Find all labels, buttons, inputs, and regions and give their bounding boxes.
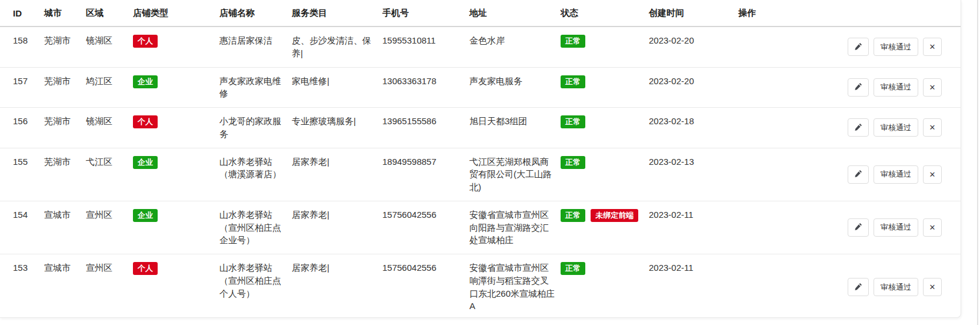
table-row: 156 芜湖市 镜湖区 个人 小龙哥的家政服务 专业擦玻璃服务| 1396515… [0, 108, 961, 148]
cell-actions: 审核通过 ✕ [738, 108, 961, 148]
approve-button[interactable]: 审核通过 [874, 218, 918, 237]
delete-button[interactable]: ✕ [923, 78, 942, 97]
cell-id: 156 [0, 108, 44, 148]
cell-actions: 审核通过 ✕ [738, 26, 961, 67]
cell-status: 正常 [561, 148, 649, 201]
cell-phone: 15756042556 [382, 201, 469, 254]
column-header-phone: 手机号 [382, 0, 469, 26]
action-buttons: 审核通过 ✕ [738, 38, 956, 56]
cell-actions: 审核通过 ✕ [738, 148, 961, 201]
pencil-icon [855, 42, 862, 52]
delete-button[interactable]: ✕ [923, 165, 942, 184]
cell-city: 芜湖市 [44, 67, 86, 108]
column-header-city: 城市 [44, 0, 86, 26]
edit-button[interactable] [848, 118, 869, 137]
delete-button[interactable]: ✕ [923, 118, 942, 137]
cell-actions: 审核通过 ✕ [738, 67, 961, 108]
cell-service-category: 皮、步沙发清洁、保养| [292, 26, 382, 67]
shop-type-badge: 个人 [133, 262, 158, 275]
approve-button[interactable]: 审核通过 [874, 38, 918, 56]
status-badge: 正常 [561, 35, 585, 48]
cell-district: 镜湖区 [86, 108, 133, 148]
edit-button[interactable] [848, 165, 869, 184]
approve-button[interactable]: 审核通过 [874, 278, 918, 296]
delete-button[interactable]: ✕ [923, 38, 942, 56]
cell-shop-type: 企业 [133, 67, 219, 108]
status-badge: 正常 [561, 156, 585, 169]
delete-button[interactable]: ✕ [923, 278, 942, 296]
shop-type-badge: 企业 [133, 75, 158, 88]
action-buttons: 审核通过 ✕ [738, 218, 956, 237]
shop-table: ID城市区域店铺类型店铺名称服务类目手机号地址状态创建时间操作 158 芜湖市 … [0, 0, 961, 318]
status-badge: 正常 [561, 115, 585, 128]
pencil-icon [855, 82, 862, 92]
cell-status: 正常 未绑定前端 [561, 201, 649, 254]
cell-created: 2023-02-18 [649, 108, 738, 148]
pencil-icon [855, 223, 862, 232]
close-icon: ✕ [929, 123, 936, 132]
cell-actions: 审核通过 ✕ [738, 201, 961, 254]
pencil-icon [855, 283, 862, 292]
edit-button[interactable] [848, 278, 869, 296]
pencil-icon [855, 123, 862, 132]
close-icon: ✕ [929, 83, 936, 92]
cell-shop-type: 个人 [133, 254, 219, 319]
delete-button[interactable]: ✕ [923, 218, 942, 237]
cell-phone: 15756042556 [382, 254, 469, 319]
cell-service-category: 专业擦玻璃服务| [292, 108, 382, 148]
shop-type-badge: 个人 [133, 35, 158, 48]
cell-service-category: 居家养老| [292, 201, 382, 254]
shop-table-card: ID城市区域店铺类型店铺名称服务类目手机号地址状态创建时间操作 158 芜湖市 … [0, 0, 961, 318]
close-icon: ✕ [929, 283, 936, 291]
cell-shop-name: 山水养老驿站（宣州区柏庄点企业号） [219, 201, 292, 254]
cell-status: 正常 [561, 67, 649, 108]
table-row: 154 宣城市 宣州区 企业 山水养老驿站（宣州区柏庄点企业号） 居家养老| 1… [0, 201, 961, 254]
cell-district: 宣州区 [86, 201, 133, 254]
table-row: 155 芜湖市 弋江区 企业 山水养老驿站（塘溪源著店） 居家养老| 18949… [0, 148, 961, 201]
approve-button[interactable]: 审核通过 [874, 118, 918, 137]
cell-id: 154 [0, 201, 44, 254]
column-header-actions: 操作 [738, 0, 961, 26]
cell-status: 正常 [561, 254, 649, 319]
cell-city: 芜湖市 [44, 108, 86, 148]
edit-button[interactable] [848, 218, 869, 237]
cell-address: 弋江区芜湖郑根凤商贸有限公司(大工山路北) [469, 148, 561, 201]
cell-id: 157 [0, 67, 44, 108]
column-header-category: 服务类目 [292, 0, 382, 26]
header-row: ID城市区域店铺类型店铺名称服务类目手机号地址状态创建时间操作 [0, 0, 961, 26]
cell-id: 158 [0, 26, 44, 67]
cell-service-category: 家电维修| [292, 67, 382, 108]
cell-shop-name: 山水养老驿站（塘溪源著店） [219, 148, 292, 201]
approve-button[interactable]: 审核通过 [874, 78, 918, 97]
cell-phone: 13965155586 [382, 108, 469, 148]
cell-shop-name: 声友家政家电维修 [219, 67, 292, 108]
approve-button[interactable]: 审核通过 [874, 165, 918, 184]
cell-service-category: 居家养老| [292, 148, 382, 201]
cell-shop-type: 企业 [133, 201, 219, 254]
action-buttons: 审核通过 ✕ [738, 278, 956, 296]
cell-status: 正常 [561, 26, 649, 67]
cell-id: 155 [0, 148, 44, 201]
cell-created: 2023-02-13 [649, 148, 738, 201]
status-badge: 正常 [561, 209, 585, 222]
column-header-name: 店铺名称 [219, 0, 292, 26]
column-header-district: 区域 [86, 0, 133, 26]
column-header-address: 地址 [469, 0, 561, 26]
action-buttons: 审核通过 ✕ [738, 165, 956, 184]
action-buttons: 审核通过 ✕ [738, 118, 956, 137]
cell-address: 金色水岸 [469, 26, 561, 67]
table-body: 158 芜湖市 镜湖区 个人 惠洁居家保洁 皮、步沙发清洁、保养| 159553… [0, 26, 961, 318]
cell-actions: 审核通过 ✕ [738, 254, 961, 319]
table-row: 158 芜湖市 镜湖区 个人 惠洁居家保洁 皮、步沙发清洁、保养| 159553… [0, 26, 961, 67]
cell-phone: 15955310811 [382, 26, 469, 67]
column-header-status: 状态 [561, 0, 649, 26]
cell-shop-name: 惠洁居家保洁 [219, 26, 292, 67]
edit-button[interactable] [848, 38, 869, 56]
cell-shop-name: 小龙哥的家政服务 [219, 108, 292, 148]
cell-address: 声友家电服务 [469, 67, 561, 108]
page-right-divider [977, 0, 978, 325]
edit-button[interactable] [848, 78, 869, 97]
cell-district: 鸠江区 [86, 67, 133, 108]
shop-type-badge: 企业 [133, 209, 158, 222]
cell-address: 旭日天都3组团 [469, 108, 561, 148]
